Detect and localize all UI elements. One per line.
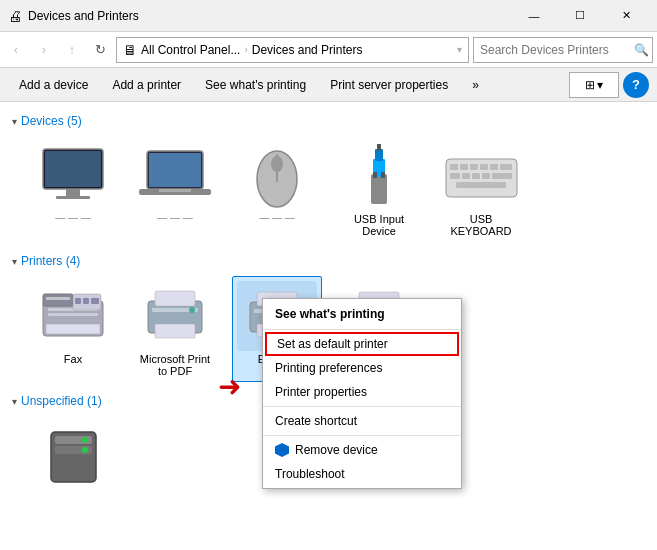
context-menu-remove-device[interactable]: Remove device [263, 438, 461, 462]
device-item-monitor[interactable]: — — — [28, 136, 118, 242]
print-server-properties-button[interactable]: Print server properties [319, 71, 459, 99]
create-shortcut-label: Create shortcut [275, 414, 357, 428]
close-button[interactable]: ✕ [603, 0, 649, 32]
help-button[interactable]: ? [623, 72, 649, 98]
svg-point-44 [189, 307, 195, 313]
forward-button[interactable]: › [32, 38, 56, 62]
mouse-icon-area [237, 141, 317, 211]
usb-input-icon [359, 144, 399, 209]
monitor-label: — — — [55, 212, 91, 223]
device-item-usb-input[interactable]: USB Input Device [334, 136, 424, 242]
pdf-printer-icon [140, 286, 210, 346]
add-printer-button[interactable]: Add a printer [101, 71, 192, 99]
remove-device-label: Remove device [295, 443, 378, 457]
title-icon: 🖨 [8, 8, 22, 24]
breadcrumb2: Devices and Printers [252, 43, 363, 57]
svg-rect-41 [155, 291, 195, 306]
toolbar-right: ⊞ ▾ ? [569, 72, 649, 98]
server-icon-area [33, 421, 113, 491]
printer-props-label: Printer properties [275, 385, 367, 399]
devices-section-header[interactable]: ▾ Devices (5) [12, 114, 645, 128]
svg-rect-29 [456, 182, 506, 188]
svg-rect-36 [75, 298, 81, 304]
printers-section-header[interactable]: ▾ Printers (4) [12, 254, 645, 268]
more-options-button[interactable]: » [461, 71, 490, 99]
laptop-label: — — — [157, 212, 193, 223]
dropdown-icon[interactable]: ▾ [457, 44, 462, 55]
usb-input-label: USB Input Device [339, 213, 419, 237]
fax-icon [38, 286, 108, 346]
fax-icon-area [33, 281, 113, 351]
svg-rect-58 [55, 456, 92, 464]
context-menu-printer-props[interactable]: Printer properties [263, 380, 461, 404]
svg-rect-21 [480, 164, 488, 170]
svg-rect-42 [155, 324, 195, 338]
unspecified-section-label: Unspecified (1) [21, 394, 102, 408]
svg-rect-14 [377, 144, 381, 151]
device-item-usb-keyboard[interactable]: USB KEYBOARD [436, 136, 526, 242]
svg-rect-27 [482, 173, 490, 179]
context-menu-divider-1 [263, 329, 461, 330]
svg-rect-19 [460, 164, 468, 170]
context-menu-set-default[interactable]: Set as default printer [265, 332, 459, 356]
monitor-icon [38, 147, 108, 205]
refresh-button[interactable]: ↻ [88, 38, 112, 62]
monitor-icon-area [33, 141, 113, 211]
svg-rect-28 [492, 173, 512, 179]
printer-item-fax[interactable]: Fax [28, 276, 118, 382]
svg-rect-3 [56, 196, 90, 199]
see-whats-printing-button[interactable]: See what's printing [194, 71, 317, 99]
printers-chevron: ▾ [12, 256, 17, 267]
search-box[interactable]: 🔍 [473, 37, 653, 63]
svg-rect-32 [46, 297, 70, 300]
breadcrumb1: All Control Panel... [141, 43, 240, 57]
unspecified-item-server[interactable] [28, 416, 118, 498]
context-menu: See what's printing Set as default print… [262, 298, 462, 489]
svg-rect-24 [450, 173, 460, 179]
mouse-icon [250, 144, 305, 209]
set-default-label: Set as default printer [277, 337, 388, 351]
back-button[interactable]: ‹ [4, 38, 28, 62]
view-dropdown-icon: ▾ [597, 78, 603, 92]
search-input[interactable] [480, 43, 630, 57]
context-menu-header: See what's printing [263, 301, 461, 327]
address-bar: ‹ › ↑ ↻ 🖥 All Control Panel... › Devices… [0, 32, 657, 68]
pdf-label: Microsoft Printto PDF [140, 353, 210, 377]
svg-point-59 [82, 437, 88, 443]
search-icon: 🔍 [634, 43, 649, 57]
add-device-button[interactable]: Add a device [8, 71, 99, 99]
device-item-mouse[interactable]: — — — [232, 136, 322, 242]
address-path[interactable]: 🖥 All Control Panel... › Devices and Pri… [116, 37, 469, 63]
usb-input-icon-area [339, 141, 419, 211]
printer-item-pdf[interactable]: Microsoft Printto PDF [130, 276, 220, 382]
up-button[interactable]: ↑ [60, 38, 84, 62]
context-menu-troubleshoot[interactable]: Troubleshoot [263, 462, 461, 486]
shield-icon-small [275, 443, 289, 457]
svg-rect-20 [470, 164, 478, 170]
svg-rect-22 [490, 164, 498, 170]
printers-section-label: Printers (4) [21, 254, 80, 268]
context-menu-create-shortcut[interactable]: Create shortcut [263, 409, 461, 433]
svg-rect-1 [45, 151, 101, 187]
device-item-laptop[interactable]: — — — [130, 136, 220, 242]
maximize-button[interactable]: ☐ [557, 0, 603, 32]
context-menu-printing-prefs[interactable]: Printing preferences [263, 356, 461, 380]
pdf-icon-area [135, 281, 215, 351]
view-options-button[interactable]: ⊞ ▾ [569, 72, 619, 98]
devices-grid: — — — — — — — — — [12, 136, 645, 242]
unspecified-chevron: ▾ [12, 396, 17, 407]
context-menu-divider-2 [263, 406, 461, 407]
minimize-button[interactable]: — [511, 0, 557, 32]
svg-rect-7 [159, 189, 191, 192]
troubleshoot-label: Troubleshoot [275, 467, 345, 481]
window-controls: — ☐ ✕ [511, 0, 649, 32]
svg-rect-18 [450, 164, 458, 170]
svg-rect-39 [46, 324, 100, 334]
svg-rect-26 [472, 173, 480, 179]
laptop-icon-area [135, 141, 215, 211]
svg-rect-34 [48, 313, 98, 316]
svg-point-10 [271, 156, 283, 172]
context-menu-divider-3 [263, 435, 461, 436]
toolbar: Add a device Add a printer See what's pr… [0, 68, 657, 102]
devices-chevron: ▾ [12, 116, 17, 127]
